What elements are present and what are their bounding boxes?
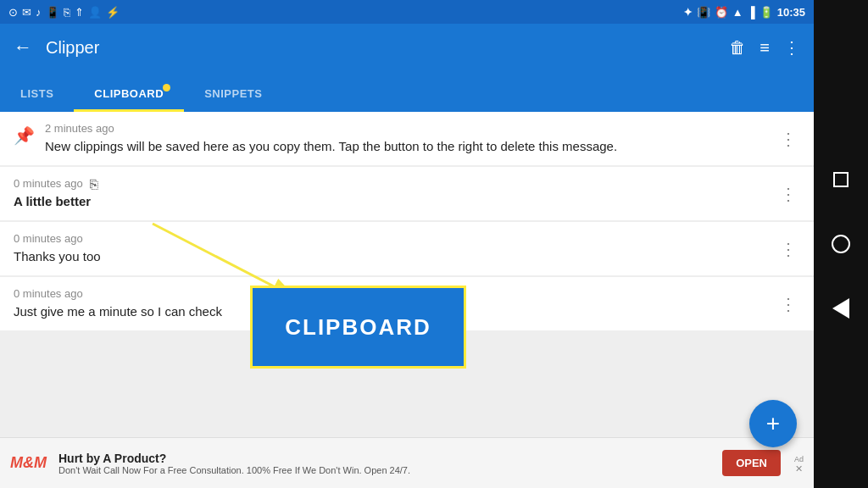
nav-bar <box>814 0 868 488</box>
list-item-time: 0 minutes ago <box>14 232 766 245</box>
sort-button[interactable]: ≡ <box>760 38 770 58</box>
list-item-text: New clippings will be saved here as you … <box>45 137 766 155</box>
status-bar-left: ⊙ ✉ ♪ 📱 ⎘ ⇑ 👤 ⚡ <box>8 6 120 19</box>
list-item: 0 minutes ago ⎘ A little better ⋮ <box>0 167 814 220</box>
list-item-text: A little better <box>14 192 766 210</box>
ad-open-button[interactable]: OPEN <box>722 450 781 476</box>
clipboard-icon: ⎘ <box>90 177 98 192</box>
list-item-content: 0 minutes ago Thanks you too <box>14 232 766 265</box>
back-nav-button[interactable] <box>826 293 856 324</box>
wifi-icon: ▲ <box>732 6 743 19</box>
add-icon: + <box>766 410 780 437</box>
list-item-time: 2 minutes ago <box>45 122 766 135</box>
list-item-text: Thanks you too <box>14 247 766 265</box>
list-item-content: 2 minutes ago New clippings will be save… <box>45 122 766 155</box>
recent-apps-button[interactable] <box>826 164 856 195</box>
tab-bar: LISTS CLIPBOARD SNIPPETS <box>0 71 814 112</box>
bluetooth-icon: ✦ <box>683 6 693 19</box>
alarm-icon: ⏰ <box>715 6 728 19</box>
status-bar: ⊙ ✉ ♪ 📱 ⎘ ⇑ 👤 ⚡ ✦ 📳 ⏰ ▲ ▐ 🔋 10:35 <box>0 0 814 24</box>
spotify-icon: ⊙ <box>8 6 18 19</box>
gmail-icon: ✉ <box>22 6 31 19</box>
fab-add-button[interactable]: + <box>749 400 797 447</box>
android-screen: ⊙ ✉ ♪ 📱 ⎘ ⇑ 👤 ⚡ ✦ 📳 ⏰ ▲ ▐ 🔋 10:35 ← Clip… <box>0 0 814 488</box>
app-bar: ← Clipper 🗑 ≡ ⋮ <box>0 24 814 71</box>
ad-label: Ad <box>794 455 804 463</box>
phone-icon: 📱 <box>46 6 59 19</box>
tab-clipboard[interactable]: CLIPBOARD <box>74 75 184 112</box>
square-icon <box>833 172 849 187</box>
triangle-icon <box>832 298 849 319</box>
nav-icon: ⇑ <box>75 6 84 19</box>
app-title: Clipper <box>46 38 715 58</box>
clipboard-popup-text: CLIPBOARD <box>285 314 431 341</box>
ad-subtitle: Don't Wait Call Now For a Free Consultat… <box>58 465 712 475</box>
bolt-icon: ⚡ <box>106 6 120 19</box>
tab-snippets[interactable]: SNIPPETS <box>184 75 282 112</box>
item-more-button-2[interactable]: ⋮ <box>776 236 800 263</box>
music-icon: ♪ <box>36 6 42 19</box>
list-item: 0 minutes ago Thanks you too ⋮ <box>0 222 814 275</box>
time: 10:35 <box>777 6 805 19</box>
signal-icon: ▐ <box>748 6 755 19</box>
ad-banner: M&M Hurt by A Product? Don't Wait Call N… <box>0 437 814 488</box>
clipboard-status-icon: ⎘ <box>64 6 70 19</box>
home-button[interactable] <box>826 229 856 259</box>
clipboard-popup: CLIPBOARD <box>250 286 466 369</box>
vibrate-icon: 📳 <box>697 6 710 19</box>
list-item-content: 0 minutes ago ⎘ A little better <box>14 177 766 210</box>
ad-logo: M&M <box>10 454 48 472</box>
ad-title: Hurt by A Product? <box>58 452 712 465</box>
tab-indicator-dot <box>163 84 170 92</box>
circle-icon <box>832 235 850 253</box>
battery-icon: 🔋 <box>760 6 773 19</box>
item-more-button-1[interactable]: ⋮ <box>776 180 800 208</box>
status-bar-right: ✦ 📳 ⏰ ▲ ▐ 🔋 10:35 <box>683 6 805 19</box>
item-more-button-0[interactable]: ⋮ <box>776 125 800 152</box>
back-button[interactable]: ← <box>14 36 32 58</box>
app-bar-actions: 🗑 ≡ ⋮ <box>729 37 800 58</box>
ad-content: Hurt by A Product? Don't Wait Call Now F… <box>58 452 712 475</box>
ad-close-button[interactable]: ✕ <box>795 463 803 474</box>
list-item-time: 0 minutes ago <box>14 177 83 190</box>
content-area: 📌 2 minutes ago New clippings will be sa… <box>0 112 814 488</box>
tab-lists[interactable]: LISTS <box>0 75 74 112</box>
more-button[interactable]: ⋮ <box>783 37 800 58</box>
security-icon: 👤 <box>88 6 102 19</box>
list-item: 📌 2 minutes ago New clippings will be sa… <box>0 112 814 165</box>
pin-icon: 📌 <box>14 125 35 146</box>
delete-button[interactable]: 🗑 <box>729 38 746 58</box>
item-more-button-3[interactable]: ⋮ <box>776 291 800 318</box>
